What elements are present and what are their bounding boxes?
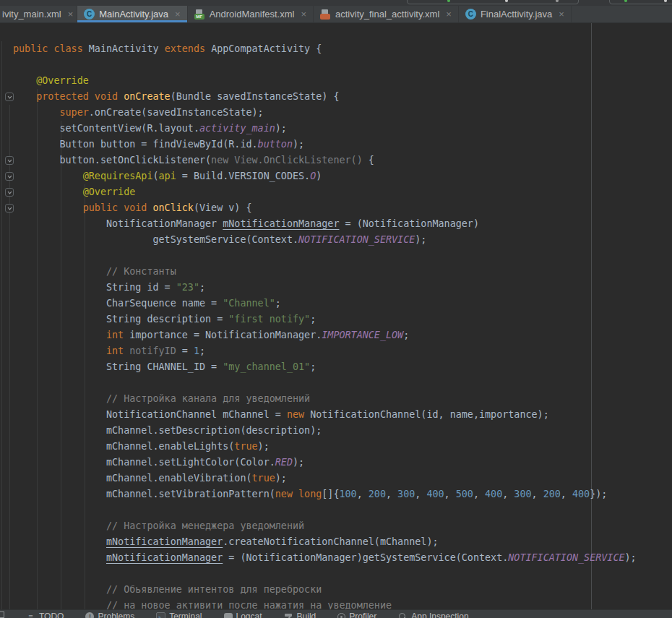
- code-editor[interactable]: public class MainActivity extends AppCom…: [0, 23, 672, 609]
- fold-chevron-icon[interactable]: [5, 156, 14, 165]
- code-line: mChannel.setDescription(description);: [13, 423, 637, 439]
- code-line: setContentView(R.layout.activity_main);: [13, 121, 637, 137]
- code-line: mNotificationManager = (NotificationMana…: [13, 550, 637, 566]
- run-configuration-widget-fragment[interactable]: [407, 0, 579, 4]
- toolwindow-button-label: TODO: [39, 611, 64, 618]
- code-line: // Настройка менеджера уведомлений: [13, 518, 637, 534]
- fold-chevron-icon[interactable]: [5, 204, 14, 213]
- build-icon: [284, 612, 293, 618]
- tab-label: FinalActtivity.java: [481, 9, 552, 20]
- code-line: @Override: [13, 73, 637, 89]
- code-line: Button button = findViewById(R.id.button…: [13, 137, 637, 153]
- toolwindow-button-label: Problems: [98, 611, 134, 618]
- code-line: // на новое активити после нажатия на ув…: [13, 598, 637, 609]
- profiler-icon: [337, 613, 345, 618]
- device-widget-fragment[interactable]: [609, 0, 672, 4]
- main-toolbar-sliver: [0, 0, 672, 6]
- code-line: int notifyID = 1;: [13, 343, 637, 359]
- toolwindow-button-label: Profiler: [349, 611, 376, 618]
- code-line: String id = "23";: [13, 280, 637, 296]
- code-line: mChannel.enableVibration(true);: [13, 471, 637, 486]
- close-icon[interactable]: ×: [68, 9, 74, 19]
- code-line: [13, 57, 637, 73]
- toolwindow-button-build[interactable]: Build: [284, 611, 316, 618]
- code-line: mChannel.setVibrationPattern(new long[]{…: [13, 486, 637, 502]
- toolbar-dot-icon[interactable]: [556, 0, 559, 2]
- cut-tool-icon: [0, 611, 4, 618]
- code-line: [13, 248, 637, 264]
- android-studio-window: ivity_main.xml×CMainActivity.java×MFAndr…: [0, 0, 672, 618]
- tab-ivity-main-xml[interactable]: ivity_main.xml×: [0, 6, 77, 22]
- close-icon[interactable]: ×: [559, 9, 564, 19]
- toolwindow-button-profiler[interactable]: Profiler: [337, 611, 376, 618]
- code-line: mChannel.enableLights(true);: [13, 439, 637, 455]
- toolwindow-button-logcat[interactable]: Logcat: [224, 611, 262, 618]
- toolwindow-button-label: App Inspection: [411, 611, 468, 618]
- run-icon[interactable]: [447, 0, 450, 2]
- app-inspection-icon: [398, 612, 408, 618]
- code-line: button.setOnClickListener(new View.OnCli…: [13, 153, 637, 168]
- tool-window-bar: ≡TODO!Problems>_TerminalLogcatBuildProfi…: [0, 609, 672, 618]
- toolwindow-button-problems[interactable]: !Problems: [85, 611, 134, 618]
- code-line: String description = "first notify";: [13, 312, 637, 327]
- toolwindow-button-label: Terminal: [169, 611, 202, 618]
- code-line: // Настройка канала для уведомлений: [13, 391, 637, 407]
- code-line: getSystemService(Context.NOTIFICATION_SE…: [13, 232, 637, 248]
- toolbar-dot-icon[interactable]: [505, 0, 508, 2]
- code-line: // Обьявление интентов для переброски: [13, 582, 637, 598]
- close-icon[interactable]: ×: [446, 9, 452, 19]
- tab-activity-final-acttivity-xml[interactable]: activity_final_acttivity.xml×: [314, 6, 459, 22]
- code-line: public class MainActivity extends AppCom…: [13, 41, 637, 57]
- code-line: protected void onCreate(Bundle savedInst…: [13, 89, 637, 105]
- toolwindow-button-app-inspection[interactable]: App Inspection: [398, 611, 468, 618]
- terminal-icon: >_: [156, 612, 165, 618]
- problems-icon: !: [85, 612, 94, 618]
- code-line: [13, 375, 637, 391]
- code-line: NotificationManager mNotificationManager…: [13, 216, 637, 232]
- code-line: [13, 502, 637, 518]
- toolwindow-button-label: Logcat: [236, 611, 262, 618]
- tab-label: ivity_main.xml: [2, 9, 61, 20]
- toolwindow-button-terminal[interactable]: >_Terminal: [156, 611, 202, 618]
- fold-chevron-icon[interactable]: [5, 93, 14, 101]
- code-line: [13, 566, 637, 582]
- tab-finalacttivity-java[interactable]: CFinalActtivity.java×: [459, 6, 572, 22]
- xml-file-icon: [320, 9, 330, 20]
- code-line: NotificationChannel mChannel = new Notif…: [13, 407, 637, 423]
- fold-chevron-icon[interactable]: [5, 172, 14, 181]
- code-line: public void onClick(View v) {: [13, 200, 637, 216]
- toolbar-dot-icon[interactable]: [664, 0, 667, 2]
- tab-mainactivity-java[interactable]: CMainActivity.java×: [77, 6, 187, 22]
- code-line: super.onCreate(savedInstanceState);: [13, 105, 637, 121]
- code-line: mNotificationManager.createNotificationC…: [13, 534, 637, 550]
- close-icon[interactable]: ×: [301, 9, 306, 19]
- fold-chevron-icon[interactable]: [5, 188, 14, 197]
- tab-label: MainActivity.java: [99, 9, 168, 20]
- tab-label: activity_final_acttivity.xml: [335, 9, 439, 20]
- toolwindow-button-label: Build: [297, 611, 316, 618]
- close-icon[interactable]: ×: [175, 9, 181, 19]
- java-class-icon: C: [84, 9, 95, 20]
- code-line: mChannel.setLightColor(Color.RED);: [13, 455, 637, 471]
- code-line: CharSequence name = "Channel";: [13, 296, 637, 312]
- code-area[interactable]: public class MainActivity extends AppCom…: [0, 41, 637, 609]
- code-line: @Override: [13, 184, 637, 200]
- code-line: // Константы: [13, 264, 637, 280]
- code-line: String CHANNEL_ID = "my_channel_01";: [13, 359, 637, 375]
- tab-androidmanifest-xml[interactable]: MFAndroidManifest.xml×: [188, 6, 314, 22]
- toolwindow-button-todo[interactable]: ≡TODO: [26, 611, 64, 618]
- tab-label: AndroidManifest.xml: [210, 9, 295, 20]
- todo-icon: ≡: [26, 612, 35, 618]
- logcat-icon: [224, 613, 233, 618]
- manifest-file-icon: MF: [194, 9, 204, 20]
- code-line: @RequiresApi(api = Build.VERSION_CODES.O…: [13, 168, 637, 184]
- device-status-icon: [624, 0, 627, 2]
- java-class-icon: C: [465, 9, 476, 20]
- code-line: int importance = NotificationManager.IMP…: [13, 327, 637, 343]
- editor-tab-bar: ivity_main.xml×CMainActivity.java×MFAndr…: [0, 6, 672, 23]
